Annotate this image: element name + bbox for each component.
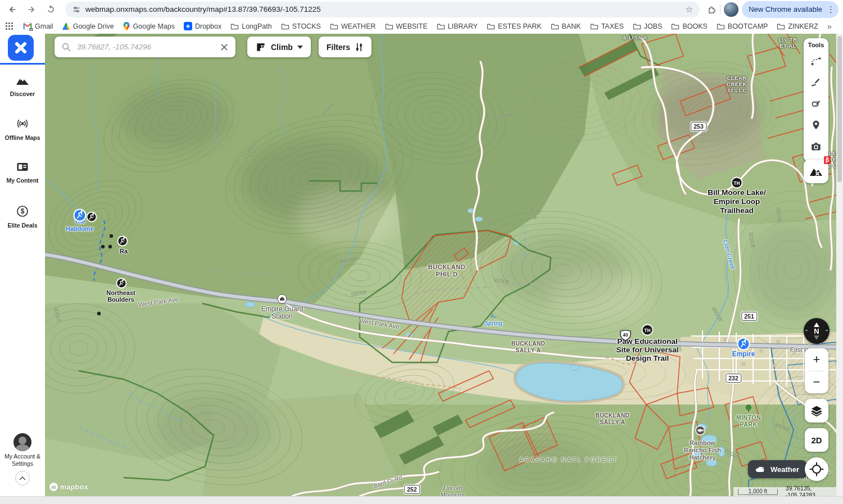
bookmarks-overflow[interactable]: » bbox=[824, 21, 835, 32]
camera-icon bbox=[810, 140, 822, 153]
back-icon bbox=[7, 4, 17, 15]
filters-sliders-icon bbox=[355, 42, 364, 52]
trailhead-marker[interactable]: TH bbox=[641, 324, 654, 338]
shape-tool-button[interactable] bbox=[804, 93, 828, 115]
bookmark-bank[interactable]: BANK bbox=[547, 21, 584, 31]
bookmark-google-maps[interactable]: Google Maps bbox=[120, 20, 178, 32]
climbing-area-marker[interactable] bbox=[86, 211, 97, 225]
photo-tool-button[interactable] bbox=[804, 136, 828, 157]
bookmark-library[interactable]: LIBRARY bbox=[433, 21, 481, 31]
bookmark-label: BANK bbox=[562, 22, 581, 30]
waypoint-dot[interactable] bbox=[109, 230, 114, 240]
bookmarks-bar: 13 Gmail Google Drive Google Maps ❖ Drop… bbox=[0, 19, 843, 34]
waypoint-dot[interactable] bbox=[101, 241, 105, 251]
folder-icon bbox=[281, 22, 289, 30]
vertical-scrollbar[interactable] bbox=[836, 34, 843, 496]
discover-mountains-icon bbox=[15, 74, 30, 87]
compass-tick-east bbox=[826, 330, 828, 331]
zoom-out-button[interactable]: − bbox=[805, 371, 828, 394]
collapse-sidebar-button[interactable] bbox=[15, 471, 30, 485]
bookmark-taxes[interactable]: TAXES bbox=[587, 21, 627, 31]
bookmark-website[interactable]: WEBSITE bbox=[382, 21, 431, 31]
track-tool-button[interactable] bbox=[804, 51, 828, 72]
2d-label: 2D bbox=[811, 435, 822, 445]
apps-grid-icon[interactable] bbox=[6, 22, 13, 30]
2d-3d-toggle[interactable]: 2D bbox=[805, 428, 828, 452]
layers-icon bbox=[810, 404, 823, 417]
compass-control[interactable]: N bbox=[804, 318, 830, 344]
bookmark-label: TAXES bbox=[601, 22, 624, 30]
svg-text:40: 40 bbox=[623, 332, 628, 338]
bookmark-label: Google Drive bbox=[73, 22, 114, 30]
sidebar-item-my-content[interactable]: My Content bbox=[0, 161, 45, 184]
bookmark-google-drive[interactable]: Google Drive bbox=[59, 21, 117, 31]
bookmark-stocks[interactable]: STOCKS bbox=[278, 21, 324, 31]
profile-avatar[interactable] bbox=[724, 2, 738, 17]
activ​ity-selector-climb[interactable]: Climb bbox=[247, 37, 311, 57]
road-shield-252: 252 bbox=[404, 485, 420, 494]
bookmark-bootcamp[interactable]: BOOTCAMP bbox=[713, 21, 772, 31]
search-input[interactable]: 39.76827, -105.74296 bbox=[77, 43, 214, 51]
bookmark-longpath[interactable]: LongPath bbox=[227, 21, 275, 31]
folder-icon bbox=[437, 22, 445, 30]
bookmark-label: LIBRARY bbox=[448, 22, 478, 30]
waypoint-dot[interactable] bbox=[108, 241, 112, 251]
active-tab-indicator bbox=[0, 63, 45, 65]
offline-maps-icon bbox=[15, 117, 30, 130]
bookmark-star-icon[interactable]: ☆ bbox=[686, 4, 693, 15]
us-40-shield: 40 bbox=[619, 329, 632, 343]
sidebar-item-elite-deals[interactable]: $ Elite Deals bbox=[0, 205, 45, 229]
clear-search-icon[interactable] bbox=[220, 43, 229, 52]
bookmark-books[interactable]: BOOKS bbox=[668, 21, 710, 31]
waypoint-tool-button[interactable] bbox=[804, 115, 828, 136]
extensions-icon[interactable] bbox=[706, 4, 717, 15]
map-search-bar[interactable]: 39.76827, -105.74296 bbox=[55, 37, 235, 57]
bookmark-weather[interactable]: WEATHER bbox=[327, 21, 379, 31]
bookmark-jobs[interactable]: JOBS bbox=[629, 21, 666, 31]
reload-button[interactable] bbox=[43, 2, 58, 17]
mapbox-logo-icon: m bbox=[49, 483, 58, 491]
zoom-in-button[interactable]: + bbox=[805, 348, 828, 371]
layers-button[interactable] bbox=[805, 399, 828, 423]
bookmark-zinkerz[interactable]: ZINKERZ bbox=[773, 21, 821, 31]
site-settings-icon bbox=[72, 5, 81, 14]
menu-kebab-icon[interactable]: ⋮ bbox=[827, 5, 835, 13]
url-bar[interactable]: webmap.onxmaps.com/backcountry/map#13.87… bbox=[65, 2, 700, 17]
trailhead-marker[interactable]: TH bbox=[731, 176, 743, 191]
folder-icon bbox=[385, 22, 393, 30]
onx-logo[interactable] bbox=[8, 35, 34, 61]
horizontal-scrollbar-track[interactable] bbox=[0, 496, 843, 504]
new-chrome-button[interactable]: New Chrome available ⋮ bbox=[742, 1, 839, 18]
sidebar-item-discover[interactable]: Discover bbox=[0, 74, 45, 98]
search-icon bbox=[61, 42, 71, 52]
climbing-area-marker-ne-boulders[interactable] bbox=[116, 278, 127, 291]
mapbox-attribution[interactable]: m mapbox bbox=[49, 483, 88, 491]
all-bookmarks[interactable]: All Bookmarks bbox=[840, 21, 843, 31]
bookmark-label: BOOTCAMP bbox=[728, 22, 768, 30]
filters-label: Filters bbox=[327, 43, 350, 52]
weather-label: Weather bbox=[771, 465, 799, 474]
folder-icon bbox=[777, 22, 785, 30]
back-button[interactable] bbox=[4, 2, 20, 17]
line-draw-icon bbox=[810, 76, 822, 89]
map-terrain bbox=[45, 34, 843, 496]
bookmark-estes-park[interactable]: ESTES PARK bbox=[483, 21, 545, 31]
locate-button[interactable] bbox=[805, 457, 828, 481]
filters-button[interactable]: Filters bbox=[319, 37, 371, 57]
bookmark-dropbox[interactable]: ❖ Dropbox bbox=[180, 21, 225, 31]
climbing-area-marker-halidome[interactable] bbox=[73, 208, 87, 224]
weather-button[interactable]: Weather bbox=[748, 460, 807, 478]
bookmark-label: WEBSITE bbox=[396, 22, 428, 30]
climbing-area-marker-ra[interactable] bbox=[117, 235, 128, 249]
forward-button[interactable] bbox=[24, 2, 39, 17]
sidebar-account[interactable]: My Account & Settings bbox=[0, 433, 45, 485]
onx-beta-button[interactable]: β bbox=[804, 160, 828, 183]
line-tool-button[interactable] bbox=[804, 72, 828, 93]
road-shield-253: 253 bbox=[691, 122, 706, 131]
map-viewport[interactable]: The Halidome Ra Northeast Boulders Empir… bbox=[45, 34, 843, 496]
sidebar-item-offline-maps[interactable]: Offline Maps bbox=[0, 117, 45, 142]
climbing-area-marker-empire[interactable] bbox=[737, 337, 750, 353]
waypoint-dot[interactable] bbox=[97, 308, 101, 318]
scrollbar-thumb[interactable] bbox=[837, 36, 842, 182]
bookmark-gmail[interactable]: 13 Gmail bbox=[20, 21, 57, 31]
